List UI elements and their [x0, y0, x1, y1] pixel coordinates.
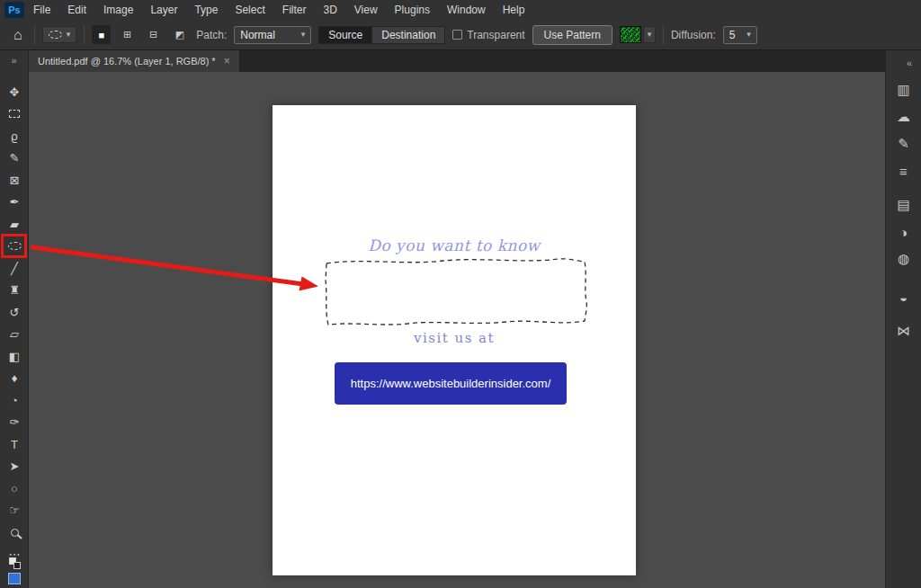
frame-tool[interactable]: ⊠	[0, 169, 29, 192]
pattern-dropdown[interactable]: ▾	[643, 26, 656, 43]
eyedropper-tool[interactable]: ✒	[0, 192, 29, 214]
menu-3d[interactable]: 3D	[323, 4, 336, 16]
default-colors-icon[interactable]	[9, 557, 21, 569]
patch-tool-preset[interactable]: ▾	[42, 26, 77, 43]
subtract-from-selection-icon[interactable]: ⊟	[144, 25, 163, 44]
close-icon[interactable]: ×	[224, 55, 230, 67]
patch-mode-value: Normal	[240, 29, 275, 41]
home-icon[interactable]: ⌂	[9, 27, 27, 43]
quick-selection-tool[interactable]: ✎	[0, 147, 29, 170]
toolbar-bottom	[0, 557, 29, 584]
menu-view[interactable]: View	[354, 4, 378, 16]
lasso-tool[interactable]: ϱ	[0, 125, 29, 147]
histogram-panel-icon[interactable]: ▥	[892, 78, 916, 102]
zoom-tool[interactable]	[0, 521, 29, 544]
brush-tool-icon: ╱	[11, 262, 18, 275]
canvas-heading-text: Do you want to know	[273, 236, 636, 254]
libraries-panel-icon[interactable]: ☁	[892, 105, 916, 129]
move-tool-icon: ✥	[10, 85, 20, 99]
checkbox-icon[interactable]	[452, 30, 462, 40]
quick-selection-icon: ✎	[10, 151, 20, 165]
move-tool[interactable]: ✥	[0, 81, 29, 103]
paths-panel-icon[interactable]: ⋈	[892, 319, 916, 343]
pen-tool-icon: ✑	[10, 415, 20, 429]
pen-tool[interactable]: ✑	[0, 412, 29, 434]
color-panel-icon[interactable]: ◑	[892, 220, 916, 244]
eraser-tool[interactable]: ▱	[0, 324, 29, 346]
menu-file[interactable]: File	[33, 4, 50, 16]
pattern-thumbnail[interactable]	[620, 26, 641, 43]
ellipse-tool[interactable]: ○	[0, 477, 29, 500]
path-selection-tool[interactable]: ➤	[0, 456, 29, 478]
chevron-down-icon: ▾	[747, 31, 751, 39]
add-to-selection-icon[interactable]: ⊞	[118, 25, 137, 44]
menu-filter[interactable]: Filter	[282, 4, 307, 16]
eyedropper-icon: ✒	[10, 195, 20, 209]
diffusion-value: 5	[729, 29, 736, 41]
document-tab-bar: Untitled.pdf @ 16.7% (Layer 1, RGB/8) * …	[29, 50, 885, 72]
expand-toolbar-icon[interactable]: »	[0, 50, 28, 70]
canvas-visit-text: visit us at	[273, 330, 636, 346]
type-tool[interactable]: T	[0, 433, 29, 456]
menu-help[interactable]: Help	[503, 4, 525, 16]
separator	[84, 25, 85, 45]
patterns-panel-icon[interactable]: ◒	[892, 285, 916, 308]
spot-healing-icon: ▰	[10, 218, 19, 231]
frame-tool-icon: ⊠	[10, 174, 20, 187]
clone-stamp-tool[interactable]: ♜	[0, 280, 29, 302]
menu-layer[interactable]: Layer	[150, 4, 177, 16]
menu-plugins[interactable]: Plugins	[395, 4, 430, 16]
right-panel-strip: « ▥ ☁ ✎ ≡ ▤ ◑ ◍ ◒ ⋈	[885, 50, 921, 588]
blur-tool-icon: ♦	[12, 371, 18, 385]
dodge-tool[interactable]: ◔	[0, 389, 29, 412]
pattern-picker: ▾	[620, 26, 656, 43]
source-destination-toggle: Source Destination	[318, 26, 445, 44]
transparent-checkbox[interactable]: Transparent	[452, 29, 524, 41]
menu-type[interactable]: Type	[194, 4, 218, 16]
brushes-panel-icon[interactable]: ✎	[892, 132, 916, 156]
intersect-selection-icon[interactable]: ◩	[170, 25, 189, 44]
properties-panel-icon[interactable]: ▤	[892, 193, 916, 217]
document-canvas[interactable]: Do you want to know visit us at https://…	[273, 105, 636, 575]
url-button[interactable]: https://www.websitebuilderinsider.com/	[335, 362, 567, 405]
ellipse-tool-icon: ○	[11, 482, 18, 495]
source-button[interactable]: Source	[318, 26, 372, 44]
use-pattern-button[interactable]: Use Pattern	[532, 25, 613, 45]
expand-panels-icon[interactable]: «	[907, 53, 912, 73]
menu-edit[interactable]: Edit	[67, 4, 86, 16]
hand-tool[interactable]: ☞	[0, 500, 29, 522]
patch-label: Patch:	[196, 29, 227, 41]
rectangular-marquee-icon	[9, 110, 20, 118]
spot-healing-brush-tool[interactable]: ▰	[0, 213, 29, 236]
type-tool-icon: T	[11, 438, 18, 451]
chevron-down-icon: ▾	[67, 31, 71, 39]
photoshop-logo: Ps	[4, 2, 24, 18]
adjustments-panel-icon[interactable]: ≡	[892, 159, 916, 183]
diffusion-dropdown[interactable]: 5 ▾	[723, 26, 757, 44]
menu-image[interactable]: Image	[103, 4, 133, 16]
diffusion-label: Diffusion:	[671, 29, 716, 41]
rectangular-marquee-tool[interactable]	[0, 103, 29, 126]
menu-bar: Ps File Edit Image Layer Type Select Fil…	[0, 0, 921, 20]
gradients-panel-icon[interactable]: ◍	[892, 247, 916, 271]
lasso-tool-icon: ϱ	[11, 129, 17, 143]
zoom-tool-icon	[11, 529, 19, 537]
left-toolbar: » ✥ ϱ ✎ ⊠ ✒ ▰ ╱ ♜ ↺ ▱ ◧ ♦ ◔ ✑ T ➤ ○ ☞ ⋯	[0, 50, 29, 588]
path-selection-icon: ➤	[10, 459, 20, 473]
menu-window[interactable]: Window	[447, 4, 486, 16]
menu-select[interactable]: Select	[235, 4, 264, 16]
canvas-area[interactable]: Do you want to know visit us at https://…	[29, 72, 885, 588]
patch-tool-icon	[49, 31, 62, 39]
new-selection-icon[interactable]: ■	[92, 25, 111, 44]
gradient-tool[interactable]: ◧	[0, 345, 29, 368]
document-tab-title: Untitled.pdf @ 16.7% (Layer 1, RGB/8) *	[38, 56, 216, 67]
brush-tool[interactable]: ╱	[0, 257, 29, 280]
document-tab[interactable]: Untitled.pdf @ 16.7% (Layer 1, RGB/8) * …	[29, 50, 240, 72]
destination-button[interactable]: Destination	[372, 26, 445, 44]
patch-tool[interactable]	[0, 236, 29, 258]
foreground-color-swatch[interactable]	[8, 573, 21, 584]
blur-tool[interactable]: ♦	[0, 368, 29, 390]
patch-mode-dropdown[interactable]: Normal ▾	[234, 26, 311, 44]
history-brush-tool[interactable]: ↺	[0, 301, 29, 324]
separator	[663, 25, 664, 45]
